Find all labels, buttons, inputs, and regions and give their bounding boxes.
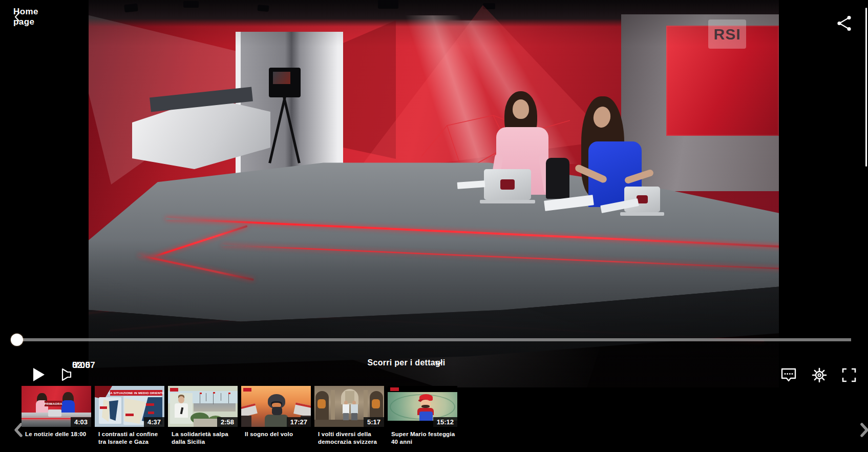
rsi-watermark: RSI (708, 19, 746, 49)
duration-badge: 17:27 (287, 417, 311, 427)
thumbnail-title: I contrasti al confine tra Israele e Gaz… (95, 430, 164, 446)
channel-badge (243, 388, 251, 392)
progress-bar[interactable] (0, 332, 868, 347)
duration-badge: 4:03 (71, 417, 91, 427)
channel-badge (390, 387, 399, 391)
back-button-label: Home page (13, 7, 38, 27)
share-button[interactable] (833, 11, 855, 34)
fullscreen-icon (840, 366, 858, 384)
play-icon (29, 365, 47, 384)
thumbnail-image[interactable]: 17:27 (241, 386, 311, 427)
duration-badge: 2:58 (217, 417, 238, 427)
rsi-watermark-text: RSI (713, 26, 740, 43)
duration-badge: 5:17 (364, 417, 384, 427)
duration-badge: 4:37 (144, 417, 164, 427)
scrollbar-thumb[interactable] (865, 8, 867, 167)
thumbnail-title: Le notizie delle 18:00 (22, 430, 91, 438)
share-icon (835, 13, 853, 32)
thumbnail-title: I volti diversi della democrazia svizzer… (314, 430, 384, 446)
channel-badge (170, 388, 178, 392)
thumbnail-title: La solidarietà salpa dalla Sicilia (168, 430, 238, 446)
map-title-bar: LA SITUAZIONE IN MEDIO ORIENTE (110, 390, 162, 396)
video-player-page: RSI Home page 0:00 / (0, 0, 868, 452)
thumbnail-image[interactable]: PRIMAORA 4:03 (22, 386, 91, 427)
thumbnail-image[interactable]: LA SITUAZIONE IN MEDIO ORIENTE 4:37 (95, 386, 164, 427)
total-duration: 52:57 (72, 360, 95, 371)
thumbnail-image[interactable]: 2:58 (168, 386, 238, 427)
play-button[interactable] (19, 356, 38, 375)
carousel-prev-button[interactable] (4, 413, 19, 430)
progress-handle[interactable] (11, 334, 23, 346)
chevron-right-icon (858, 422, 868, 438)
laptop-1 (484, 169, 531, 200)
presenter-1-face (513, 99, 529, 119)
studio-camera (269, 68, 301, 97)
progress-track[interactable] (17, 338, 851, 341)
thumbnail-image[interactable]: 5:17 (314, 386, 384, 427)
volume-button[interactable] (49, 356, 68, 375)
carousel-next-button[interactable] (850, 413, 865, 430)
video-frame[interactable]: RSI (89, 0, 779, 387)
studio-chair (546, 158, 569, 199)
studio-pillar (236, 32, 343, 175)
program-badge: PRIMAORA (45, 401, 62, 406)
fullscreen-button[interactable] (831, 357, 849, 375)
subtitles-button[interactable] (770, 357, 789, 375)
subtitles-icon (779, 366, 798, 384)
gear-icon (810, 366, 829, 384)
thumbnail-title: Il sogno del volo (241, 430, 311, 438)
thumbnail-image[interactable]: 15:12 (388, 386, 457, 427)
thumbnail-title: Super Mario festeggia 40 anni (388, 430, 457, 446)
settings-button[interactable] (801, 357, 819, 375)
duration-badge: 15:12 (433, 417, 457, 427)
chevron-down-icon (434, 360, 443, 365)
